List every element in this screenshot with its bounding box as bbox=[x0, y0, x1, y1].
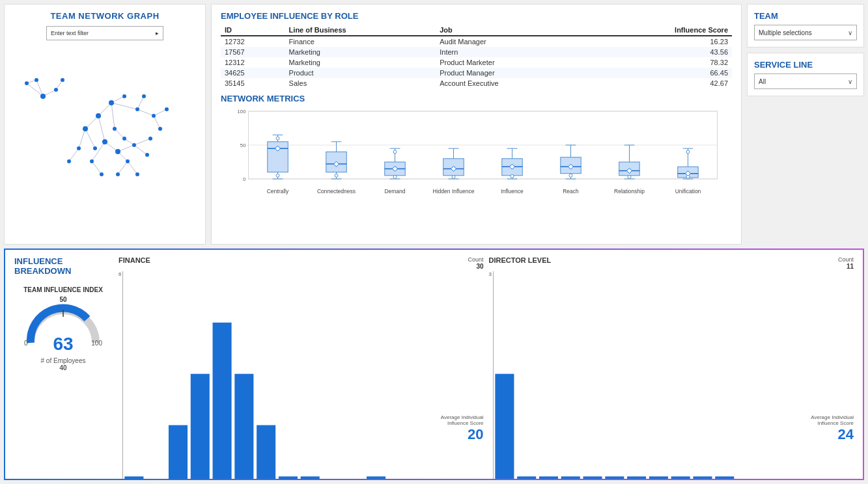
cell-lob: Sales bbox=[285, 78, 436, 88]
svg-point-73 bbox=[276, 137, 279, 140]
svg-point-51 bbox=[152, 114, 156, 118]
svg-point-7 bbox=[35, 78, 38, 82]
svg-point-35 bbox=[96, 113, 101, 118]
network-graph-title: TEAM NETWORK GRAPH bbox=[50, 11, 159, 21]
svg-rect-146 bbox=[235, 374, 254, 480]
svg-point-55 bbox=[67, 159, 71, 163]
gauge-min: 0 bbox=[24, 340, 28, 347]
cell-id: 17567 bbox=[221, 47, 285, 57]
svg-rect-148 bbox=[279, 476, 298, 480]
chart-count: Count 11 bbox=[838, 256, 854, 270]
employees-text: # of Employees bbox=[14, 357, 112, 364]
employee-influence-section: EMPLOYEE INFLUENCE BY ROLE ID Line of Bu… bbox=[221, 11, 732, 88]
svg-point-82 bbox=[335, 174, 338, 177]
svg-rect-161 bbox=[627, 476, 646, 480]
svg-rect-159 bbox=[583, 476, 602, 480]
y-max: 6 bbox=[119, 271, 121, 277]
svg-line-12 bbox=[111, 103, 137, 109]
filter-placeholder: Enter text filter bbox=[51, 30, 89, 36]
cell-lob: Finance bbox=[285, 36, 436, 47]
svg-line-13 bbox=[111, 103, 115, 129]
svg-rect-158 bbox=[561, 476, 580, 480]
svg-point-138 bbox=[686, 150, 690, 154]
svg-text:Relationship: Relationship bbox=[614, 188, 645, 195]
text-filter-input[interactable]: Enter text filter ▸ bbox=[46, 26, 163, 40]
filter-arrow-icon: ▸ bbox=[156, 30, 159, 36]
cell-job: Product Marketer bbox=[436, 57, 590, 68]
breakdown-title: INFLUENCE BREAKDOWN bbox=[14, 256, 112, 276]
chart-count: Count 30 bbox=[468, 256, 483, 270]
svg-point-57 bbox=[122, 137, 126, 141]
col-score: Influence Score bbox=[591, 25, 732, 36]
svg-point-47 bbox=[135, 172, 139, 176]
network-metrics-section: NETWORK METRICS 050100CentrallyConnected… bbox=[221, 94, 732, 237]
chart-title: FINANCE bbox=[119, 256, 150, 264]
employee-table: ID Line of Business Job Influence Score … bbox=[221, 25, 732, 88]
svg-rect-156 bbox=[517, 476, 536, 480]
svg-text:Demand: Demand bbox=[384, 188, 405, 195]
table-row: 12312 Marketing Product Marketer 78.32 bbox=[221, 57, 732, 68]
svg-point-50 bbox=[145, 153, 149, 157]
svg-rect-164 bbox=[693, 476, 712, 480]
cell-score: 42.67 bbox=[591, 78, 732, 88]
avg-area: Average Individual Influence Score 24 bbox=[802, 271, 854, 480]
svg-point-110 bbox=[511, 174, 514, 178]
service-line-title: SERVICE LINE bbox=[754, 60, 857, 70]
gauge-max: 100 bbox=[91, 340, 102, 347]
cell-job: Audit Manager bbox=[436, 36, 590, 47]
bar-chart-wrapper: 0 50 100 bbox=[493, 271, 802, 480]
svg-point-91 bbox=[393, 175, 397, 178]
svg-line-25 bbox=[134, 145, 147, 155]
svg-line-29 bbox=[154, 116, 160, 129]
svg-point-39 bbox=[83, 126, 88, 131]
cell-id: 34625 bbox=[221, 68, 285, 78]
svg-rect-163 bbox=[671, 476, 690, 480]
svg-line-21 bbox=[118, 145, 134, 152]
svg-point-92 bbox=[393, 150, 397, 154]
svg-line-23 bbox=[118, 161, 128, 174]
svg-line-16 bbox=[79, 129, 85, 148]
middle-panel: EMPLOYEE INFLUENCE BY ROLE ID Line of Bu… bbox=[211, 4, 742, 245]
cell-lob: Marketing bbox=[285, 57, 436, 68]
svg-rect-144 bbox=[191, 374, 210, 480]
team-dropdown-arrow-icon: ∨ bbox=[848, 29, 852, 36]
col-job: Job bbox=[436, 25, 590, 36]
svg-rect-157 bbox=[539, 476, 558, 480]
svg-line-24 bbox=[134, 139, 150, 145]
cell-lob: Product bbox=[285, 68, 436, 78]
svg-point-128 bbox=[628, 175, 631, 178]
svg-text:Connectedness: Connectedness bbox=[317, 188, 356, 195]
network-graph-svg bbox=[14, 44, 196, 226]
svg-rect-147 bbox=[257, 425, 276, 480]
team-dropdown[interactable]: Multiple selections ∨ bbox=[754, 25, 857, 40]
cell-lob: Marketing bbox=[285, 47, 436, 57]
cell-id: 35145 bbox=[221, 78, 285, 88]
svg-point-101 bbox=[452, 175, 455, 178]
svg-point-48 bbox=[116, 172, 120, 176]
svg-rect-160 bbox=[605, 476, 624, 480]
svg-point-5 bbox=[40, 94, 46, 99]
svg-point-56 bbox=[100, 172, 104, 176]
svg-line-27 bbox=[137, 96, 144, 109]
svg-line-14 bbox=[85, 116, 98, 129]
service-line-dropdown[interactable]: All ∨ bbox=[754, 74, 857, 89]
chart-header: DIRECTOR LEVEL Count 11 bbox=[489, 256, 854, 270]
svg-line-28 bbox=[154, 109, 167, 116]
svg-text:Hidden Influence: Hidden Influence bbox=[433, 188, 475, 195]
cell-job: Account Executive bbox=[436, 78, 590, 88]
svg-point-54 bbox=[158, 127, 162, 131]
y-max: 3 bbox=[489, 271, 492, 277]
svg-rect-145 bbox=[213, 323, 232, 480]
svg-point-34 bbox=[109, 100, 114, 105]
network-graph-canvas bbox=[14, 44, 196, 226]
top-section: TEAM NETWORK GRAPH Enter text filter ▸ bbox=[4, 4, 864, 245]
svg-rect-152 bbox=[367, 476, 385, 480]
avg-score: 20 bbox=[468, 426, 483, 443]
chart-cell: FINANCE Count 30 6 0 0 50 100 bbox=[119, 256, 484, 480]
svg-point-38 bbox=[113, 127, 117, 131]
svg-line-26 bbox=[137, 109, 154, 116]
cell-score: 43.56 bbox=[591, 47, 732, 57]
dashboard: TEAM NETWORK GRAPH Enter text filter ▸ bbox=[0, 0, 868, 484]
cell-job: Intern bbox=[436, 47, 590, 57]
svg-point-52 bbox=[142, 94, 146, 98]
